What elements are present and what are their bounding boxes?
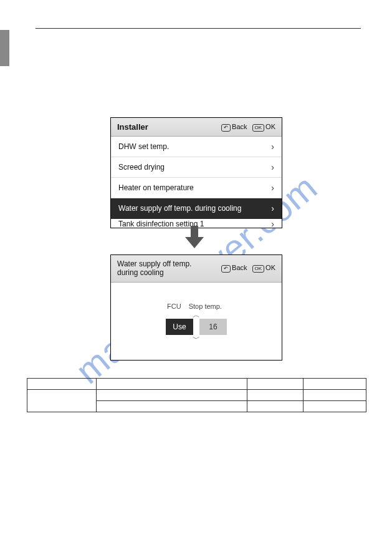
table-cell: [247, 379, 304, 390]
back-group[interactable]: ↶Back: [221, 123, 247, 132]
value-labels: FCU Stop temp.: [171, 303, 222, 310]
section-side-tab: [0, 30, 9, 66]
panel-header: Water supply off temp. during cooling ↶B…: [111, 255, 282, 283]
table-cell: [96, 390, 247, 401]
menu-item-label: Heater on temperature: [118, 183, 194, 192]
menu-item-screed-drying[interactable]: Screed drying ›: [111, 157, 282, 178]
menu-item-water-supply-off-temp[interactable]: Water supply off temp. during cooling ›: [111, 198, 282, 219]
panel-header-actions: ↶Back OKOK: [221, 264, 275, 273]
stop-temp-value[interactable]: 16: [199, 319, 227, 335]
table-cell: [304, 401, 366, 412]
ok-group[interactable]: OKOK: [252, 123, 275, 132]
stop-temp-label: Stop temp.: [189, 303, 222, 310]
settings-table: [27, 378, 366, 412]
ok-icon: OK: [252, 265, 265, 273]
table-row: [27, 390, 366, 401]
installer-menu-panel: Installer ↶Back OKOK DHW set temp. › Scr…: [110, 117, 282, 228]
back-icon: ↶: [221, 265, 231, 273]
page-top-rule: [36, 28, 361, 29]
chevron-right-icon: ›: [271, 203, 274, 213]
ok-label: OK: [265, 264, 275, 271]
table-cell: [247, 401, 304, 412]
fcu-label: FCU: [167, 303, 181, 310]
flow-arrow-down-icon: [185, 226, 204, 251]
value-buttons: Use 16: [166, 319, 227, 335]
table-cell: [27, 379, 97, 390]
ok-label: OK: [265, 123, 275, 130]
back-icon: ↶: [221, 124, 231, 132]
ok-group[interactable]: OKOK: [252, 264, 275, 273]
chevron-right-icon: ›: [271, 183, 274, 193]
table-cell: [304, 379, 366, 390]
table-row: [27, 379, 366, 390]
panel-header: Installer ↶Back OKOK: [111, 118, 282, 137]
menu-item-label: Screed drying: [118, 163, 165, 172]
back-label: Back: [232, 264, 247, 271]
caret-up-icon[interactable]: ︿: [193, 311, 200, 319]
menu-item-label: Water supply off temp. during cooling: [118, 204, 241, 213]
panel-body: FCU Stop temp. ︿ Use 16 ﹀: [111, 283, 282, 362]
ok-icon: OK: [252, 124, 265, 132]
panel-title: Water supply off temp. during cooling: [117, 259, 191, 278]
table-cell: [96, 379, 247, 390]
back-label: Back: [232, 123, 247, 130]
menu-item-dhw-set-temp[interactable]: DHW set temp. ›: [111, 137, 282, 157]
table-cell: [304, 390, 366, 401]
caret-down-icon[interactable]: ﹀: [193, 335, 200, 342]
water-supply-setting-panel: Water supply off temp. during cooling ↶B…: [110, 254, 282, 361]
panel-title: Installer: [117, 122, 148, 132]
table-cell: [96, 401, 247, 412]
chevron-right-icon: ›: [271, 162, 274, 172]
chevron-right-icon: ›: [271, 142, 274, 152]
chevron-right-icon: ›: [271, 219, 274, 228]
back-group[interactable]: ↶Back: [221, 264, 247, 273]
menu-item-heater-on-temperature[interactable]: Heater on temperature ›: [111, 178, 282, 198]
table-cell: [247, 390, 304, 401]
table-cell: [27, 390, 97, 412]
menu-item-label: DHW set temp.: [118, 142, 169, 151]
fcu-use-button[interactable]: Use: [166, 319, 193, 335]
panel-header-actions: ↶Back OKOK: [221, 123, 275, 132]
